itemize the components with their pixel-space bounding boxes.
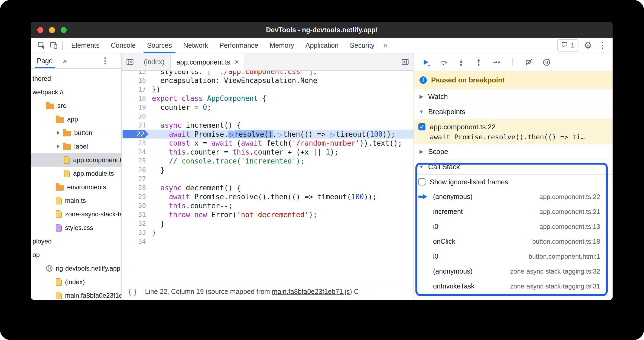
tree-item-main-ts[interactable]: main.ts: [31, 194, 121, 207]
tree-item-styles-css[interactable]: styles.css: [31, 221, 121, 235]
more-tabs-icon[interactable]: »: [380, 41, 391, 50]
tree-item-app-module-ts[interactable]: app.module.ts: [31, 167, 121, 180]
code-line-text[interactable]: encapsulation: ViewEncapsulation.None: [149, 76, 414, 85]
tab-page[interactable]: Page: [35, 53, 55, 68]
source-map-link[interactable]: main.fa8bfa0e23f1eb71.js: [272, 288, 350, 295]
async-step-marker-icon[interactable]: ▷: [277, 131, 283, 138]
tab-network[interactable]: Network: [178, 38, 214, 53]
tab-sources[interactable]: Sources: [141, 38, 178, 53]
editor-tab-index[interactable]: (index): [138, 53, 170, 70]
navigator-kebab-icon[interactable]: ⋮: [100, 57, 110, 65]
code-line-text[interactable]: }): [149, 85, 414, 94]
pretty-print-icon[interactable]: {}: [128, 287, 139, 296]
code-line-text[interactable]: export class AppComponent {: [149, 94, 414, 102]
tree-item-ng-devtools-netlify-app[interactable]: ng-devtools.netlify.app: [31, 262, 121, 275]
code-line-text[interactable]: }: [149, 229, 414, 237]
code-line-text[interactable]: this.counter--;: [149, 202, 414, 210]
more-navigator-tabs-icon[interactable]: »: [60, 57, 70, 65]
gutter-line-number[interactable]: 32: [122, 219, 149, 228]
code-line-text[interactable]: this.counter = this.counter + (+x || 1);: [149, 148, 414, 156]
code-line-text[interactable]: await Promise.▷resolve().▷then(() => ▷ti…: [149, 130, 414, 138]
code-line-text[interactable]: async decrement() {: [149, 184, 414, 192]
tree-item-webpack[interactable]: webpack://: [31, 85, 121, 99]
gutter-line-number[interactable]: 27: [122, 174, 149, 183]
gutter-line-number[interactable]: 29: [122, 192, 149, 201]
gutter-line-number[interactable]: 33: [122, 228, 149, 237]
gutter-line-number[interactable]: 31: [122, 210, 149, 219]
code-line-text[interactable]: counter = 0;: [149, 103, 414, 111]
gutter-line-number[interactable]: 23: [122, 139, 149, 147]
stack-frame-i0[interactable]: i0app.component.ts:13: [414, 219, 613, 234]
pause-on-exceptions-button[interactable]: [542, 58, 551, 66]
tree-item-label[interactable]: label: [31, 140, 121, 153]
code-line-text[interactable]: throw new Error('not decremented');: [149, 211, 414, 219]
resume-button[interactable]: [422, 58, 430, 66]
stack-frame-oninvoketask[interactable]: onInvokeTaskzone-async-stack-tagging.ts:…: [414, 279, 613, 294]
section-call-stack[interactable]: ▼ Call Stack: [414, 159, 613, 174]
tree-item-environments[interactable]: environments: [31, 180, 121, 194]
editor-tab-app-component-ts[interactable]: app.component.ts×: [170, 53, 245, 71]
tab-security[interactable]: Security: [344, 38, 380, 53]
issues-button[interactable]: 1: [557, 39, 578, 52]
stack-frame-onclick[interactable]: onClickbutton.component.ts:18: [414, 234, 613, 249]
tree-item-app[interactable]: app: [31, 113, 121, 126]
gutter-line-number[interactable]: 25: [122, 156, 149, 165]
stack-frame-increment[interactable]: incrementapp.component.ts:21: [414, 204, 613, 219]
tree-item-button[interactable]: button: [31, 126, 121, 140]
code-line-text[interactable]: }: [149, 220, 414, 228]
step-button[interactable]: [492, 58, 500, 66]
async-step-marker-icon[interactable]: ▷: [228, 131, 235, 138]
gutter-line-number[interactable]: 34: [122, 237, 149, 246]
section-watch[interactable]: ▶ Watch: [414, 89, 613, 104]
gutter-line-number[interactable]: 30: [122, 201, 149, 210]
gutter-line-number[interactable]: 22: [122, 130, 149, 139]
settings-gear-icon[interactable]: ⚙: [584, 41, 592, 50]
step-out-button[interactable]: [474, 58, 483, 66]
tab-console[interactable]: Console: [105, 38, 141, 53]
gutter-line-number[interactable]: 17: [122, 85, 149, 94]
deactivate-breakpoints-button[interactable]: [525, 58, 533, 66]
code-editor[interactable]: 15 styleUrls: [ './app.component.css' ],…: [122, 71, 414, 283]
gutter-line-number[interactable]: 24: [122, 147, 149, 156]
breakpoint-flag[interactable]: 22: [123, 130, 149, 138]
minimize-window-button[interactable]: [49, 27, 55, 33]
tree-item-app-component-ts[interactable]: app.component.ts: [31, 153, 121, 167]
code-line-text[interactable]: async increment() {: [149, 121, 414, 129]
tab-application[interactable]: Application: [300, 38, 344, 53]
tab-performance[interactable]: Performance: [214, 38, 264, 53]
tree-item-main-fa8bfa0e23f1eb[interactable]: main.fa8bfa0e23f1eb: [31, 289, 121, 300]
show-ignore-checkbox[interactable]: [418, 178, 425, 185]
code-line-text[interactable]: await Promise.resolve().then(() => timeo…: [149, 193, 414, 201]
inspect-element-icon[interactable]: [36, 39, 48, 51]
gutter-line-number[interactable]: 18: [122, 94, 149, 103]
tree-item-index[interactable]: (index): [31, 275, 121, 289]
step-over-button[interactable]: [439, 58, 448, 66]
step-into-button[interactable]: [457, 58, 465, 66]
code-line-text[interactable]: const x = await (await fetch('/random-nu…: [149, 139, 414, 147]
tree-item-ployed[interactable]: ployed: [31, 235, 121, 248]
device-toolbar-icon[interactable]: [48, 39, 60, 51]
stack-frame-anonymous[interactable]: (anonymous)app.component.ts:22: [414, 189, 613, 204]
kebab-menu-icon[interactable]: ⋮: [597, 41, 608, 49]
zoom-window-button[interactable]: [61, 27, 67, 33]
close-window-button[interactable]: [37, 27, 43, 33]
stack-frame-i0[interactable]: i0button.component.html:1: [414, 249, 613, 264]
gutter-line-number[interactable]: 15: [122, 71, 149, 76]
stack-frame-anonymous[interactable]: (anonymous)zone-async-stack-tagging.ts:3…: [414, 264, 613, 279]
gutter-line-number[interactable]: 26: [122, 165, 149, 174]
breakpoint-checkbox[interactable]: ✓: [418, 123, 425, 130]
toggle-navigator-icon[interactable]: [122, 53, 138, 70]
tree-item-thored[interactable]: thored: [31, 72, 121, 85]
async-step-marker-icon[interactable]: ▷: [330, 131, 336, 138]
gutter-line-number[interactable]: 16: [122, 76, 149, 85]
tree-item-src[interactable]: src: [31, 99, 121, 113]
code-line-text[interactable]: // console.trace('incremented');: [149, 157, 414, 165]
gutter-line-number[interactable]: 19: [122, 103, 149, 112]
gutter-line-number[interactable]: 20: [122, 112, 149, 121]
tab-elements[interactable]: Elements: [66, 38, 105, 53]
toggle-debugger-icon[interactable]: [397, 53, 414, 70]
tree-item-op[interactable]: op: [31, 248, 121, 262]
close-tab-icon[interactable]: ×: [235, 58, 239, 66]
section-scope[interactable]: ▶ Scope: [414, 144, 613, 159]
section-breakpoints[interactable]: ▼ Breakpoints: [414, 104, 613, 119]
